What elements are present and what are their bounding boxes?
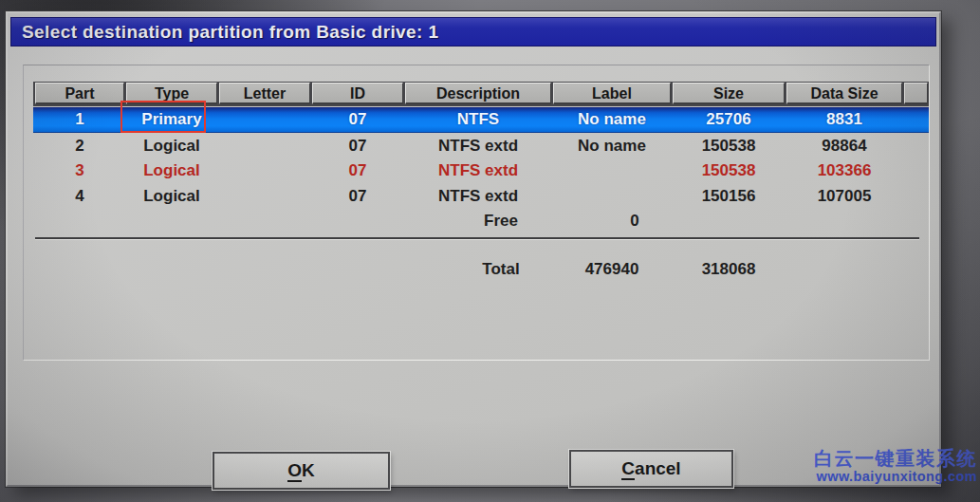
cell-size: 150156 bbox=[673, 184, 785, 209]
cell-size: 25706 bbox=[673, 107, 785, 132]
cell-id: 07 bbox=[312, 107, 403, 132]
cell-type: Logical bbox=[126, 134, 217, 158]
total-size: 476940 bbox=[553, 257, 671, 282]
cell-description: NTFS bbox=[405, 107, 551, 132]
col-header-stub bbox=[904, 83, 928, 104]
cell-label bbox=[553, 184, 671, 209]
col-header-label: Label bbox=[553, 83, 671, 104]
table-row-total: Total 476940 318068 bbox=[24, 257, 929, 282]
ok-hotkey-letter: O bbox=[287, 460, 302, 482]
table-row-partition-4[interactable]: 4 Logical 07 NTFS extd 150156 107005 bbox=[24, 184, 929, 209]
cell-size: 150538 bbox=[673, 134, 785, 158]
cell-id: 07 bbox=[312, 134, 403, 158]
table-row-free: Free 0 bbox=[24, 209, 929, 233]
cell-description: NTFS extd bbox=[405, 184, 551, 209]
cancel-hotkey-letter: C bbox=[621, 458, 635, 480]
cell-type: Logical bbox=[126, 158, 217, 183]
free-value: 0 bbox=[576, 209, 693, 233]
cell-label: No name bbox=[553, 134, 671, 158]
cell-letter bbox=[219, 184, 310, 209]
cell-label: No name bbox=[553, 107, 671, 132]
cell-description: NTFS extd bbox=[405, 134, 551, 158]
cell-size: 150538 bbox=[673, 158, 785, 183]
cell-id: 07 bbox=[312, 184, 403, 209]
partition-table: Part Type Letter ID Description Label Si… bbox=[23, 65, 930, 361]
cell-data-size: 98864 bbox=[786, 134, 902, 158]
col-header-letter: Letter bbox=[219, 83, 310, 104]
cell-data-size: 8831 bbox=[786, 107, 902, 132]
partition-select-dialog: Select destination partition from Basic … bbox=[6, 11, 941, 487]
cell-data-size: 103366 bbox=[786, 158, 902, 183]
cell-data-size: 107005 bbox=[786, 184, 902, 209]
photo-of-screen: Select destination partition from Basic … bbox=[0, 0, 980, 502]
cancel-label-rest: ancel bbox=[635, 458, 681, 478]
total-label: Total bbox=[428, 257, 574, 282]
cell-label bbox=[553, 158, 671, 183]
dialog-title: Select destination partition from Basic … bbox=[22, 22, 438, 42]
col-header-id: ID bbox=[312, 83, 403, 104]
cell-part: 2 bbox=[35, 134, 124, 158]
dialog-title-bar: Select destination partition from Basic … bbox=[10, 17, 936, 46]
ok-button[interactable]: OK bbox=[213, 452, 390, 490]
col-header-part: Part bbox=[35, 83, 124, 104]
red-annotation-box bbox=[120, 101, 206, 133]
ok-label-rest: K bbox=[302, 460, 315, 480]
cell-part: 1 bbox=[35, 107, 124, 132]
cell-letter bbox=[219, 107, 310, 132]
cell-description: NTFS extd bbox=[405, 158, 551, 183]
col-header-data-size: Data Size bbox=[786, 83, 902, 104]
total-data-size: 318068 bbox=[673, 257, 785, 282]
total-separator-line bbox=[35, 237, 919, 240]
cell-letter bbox=[219, 134, 310, 158]
free-label: Free bbox=[428, 209, 574, 233]
cell-letter bbox=[219, 158, 310, 183]
cell-type: Logical bbox=[126, 184, 217, 209]
cell-part: 3 bbox=[35, 158, 124, 183]
table-row-partition-3[interactable]: 3 Logical 07 NTFS extd 150538 103366 bbox=[24, 158, 929, 183]
cell-part: 4 bbox=[35, 184, 124, 209]
col-header-description: Description bbox=[405, 83, 551, 104]
table-row-partition-2[interactable]: 2 Logical 07 NTFS extd No name 150538 98… bbox=[24, 134, 929, 158]
cell-id: 07 bbox=[312, 158, 403, 183]
col-header-size: Size bbox=[673, 83, 785, 104]
cancel-button[interactable]: Cancel bbox=[569, 450, 733, 488]
